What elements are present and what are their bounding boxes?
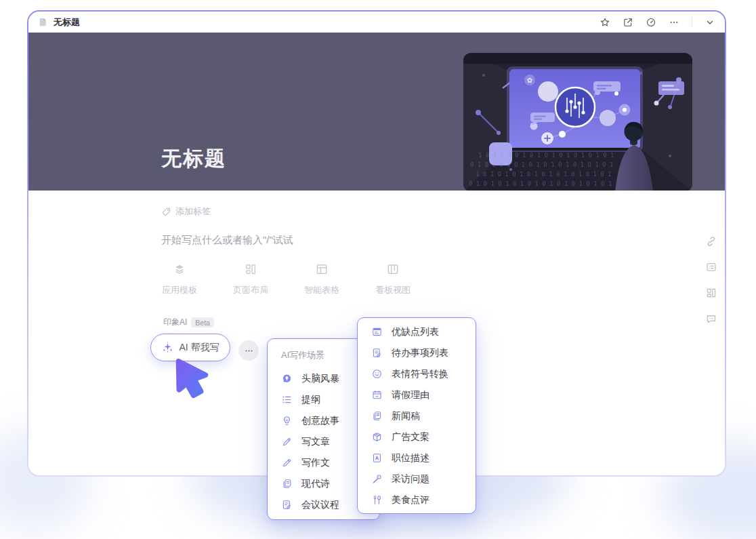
- menu-item[interactable]: 采访问题: [358, 468, 476, 490]
- share-icon[interactable]: [623, 17, 633, 28]
- note-title: 无标题: [54, 16, 80, 28]
- layout-blocks-icon: [244, 262, 257, 276]
- add-tag-label: 添加标签: [175, 205, 211, 218]
- template-item[interactable]: 看板视图: [371, 262, 415, 296]
- job-icon: [371, 452, 383, 464]
- more-icon: [244, 346, 254, 356]
- svg-text:0 1 0 1 0 1 0 1 0 1 0 1 0 1 0: 0 1 0 1 0 1 0 1 0 1 0 1 0 1 0 1 0 1 0 1: [469, 180, 612, 187]
- menu-item[interactable]: 美食点评: [358, 490, 476, 511]
- topbar: 无标题: [28, 12, 725, 33]
- page-title: 无标题: [161, 145, 226, 173]
- menu-item[interactable]: 新闻稿: [358, 405, 476, 426]
- add-tag-button[interactable]: 添加标签: [161, 205, 211, 218]
- menu-item[interactable]: 优缺点列表: [358, 321, 476, 342]
- template-item[interactable]: 页面布局: [229, 262, 272, 296]
- menu-item[interactable]: 请假理由: [358, 384, 476, 405]
- pros-cons-icon: [371, 326, 383, 338]
- template-item[interactable]: 智能表格: [300, 262, 343, 296]
- side-toolbar: [705, 235, 717, 325]
- recent-icon[interactable]: [646, 17, 656, 28]
- brainstorm-icon: [281, 373, 293, 384]
- pen-icon: [281, 457, 293, 468]
- poem-icon: [281, 478, 293, 490]
- agenda-icon: [281, 499, 293, 511]
- layers-icon: [173, 262, 186, 276]
- template-shortcuts: 应用模板 页面布局 智能表格 看板视图: [158, 262, 415, 296]
- menu-item[interactable]: 广告文案: [358, 426, 476, 447]
- ai-write-button[interactable]: AI 帮我写: [150, 334, 230, 361]
- ai-room-illustration: ✿: [463, 53, 692, 192]
- emoji-icon: [371, 368, 383, 380]
- note-header: 无标题: [28, 33, 725, 191]
- calendar-icon: [371, 389, 383, 401]
- todo-icon: [371, 347, 383, 359]
- sparkle-icon: [161, 341, 174, 354]
- package-icon: [371, 431, 383, 443]
- svg-text:1 0 1 0 1 0 1 0 1 0 1 0 1 0 1: 1 0 1 0 1 0 1 0 1 0 1 0 1 0 1 0 1 0 1: [476, 171, 611, 178]
- layout-blocks-icon[interactable]: [705, 287, 717, 299]
- outline-icon: [281, 394, 293, 405]
- ai-more-scenes-menu: 优缺点列表 待办事项列表 表情符号转换 请假理由 新闻稿: [357, 317, 476, 514]
- pen-icon: [281, 436, 293, 447]
- star-icon[interactable]: [600, 17, 610, 28]
- tag-icon: [161, 207, 171, 217]
- svg-text:1 0 1 0 1 0 1 0 1 0 1 0 1 0 1: 1 0 1 0 1 0 1 0 1 0 1 0 1 0 1 0 1 0 1: [478, 152, 614, 159]
- more-icon[interactable]: [669, 17, 679, 28]
- news-icon: [371, 410, 383, 422]
- link-icon[interactable]: [705, 235, 717, 247]
- microphone-icon: [371, 473, 383, 485]
- food-icon: [371, 494, 383, 506]
- menu-item[interactable]: 表情符号转换: [358, 363, 476, 384]
- svg-text:0 1 0 1 0 1 0 1 0 1 0 1 0 1 0: 0 1 0 1 0 1 0 1 0 1 0 1 0 1 0 1 0 1 0 1: [470, 161, 613, 168]
- table-icon: [315, 262, 329, 276]
- menu-items: 优缺点列表 待办事项列表 表情符号转换 请假理由 新闻稿: [358, 321, 476, 511]
- ai-more-button[interactable]: [238, 340, 259, 361]
- idea-icon: [281, 415, 293, 426]
- divider: [692, 17, 692, 27]
- topbar-actions: [600, 17, 715, 28]
- menu-item[interactable]: 职位描述: [358, 447, 476, 468]
- kanban-icon: [386, 262, 400, 276]
- editor-placeholder[interactable]: 开始写点什么或者输入"/"试试: [161, 234, 293, 247]
- list-box-icon[interactable]: [705, 261, 717, 273]
- svg-text:✿: ✿: [527, 77, 532, 84]
- ai-brand-text: 印象AI: [163, 317, 187, 328]
- comment-icon[interactable]: [705, 313, 717, 325]
- chevron-down-icon[interactable]: [705, 17, 715, 28]
- beta-badge: Beta: [191, 317, 214, 327]
- ai-write-button-label: AI 帮我写: [179, 342, 219, 354]
- ai-brand-label: 印象AI Beta: [163, 317, 214, 328]
- document-icon: [38, 17, 48, 27]
- template-item[interactable]: 应用模板: [158, 262, 201, 296]
- menu-item[interactable]: 待办事项列表: [358, 342, 476, 363]
